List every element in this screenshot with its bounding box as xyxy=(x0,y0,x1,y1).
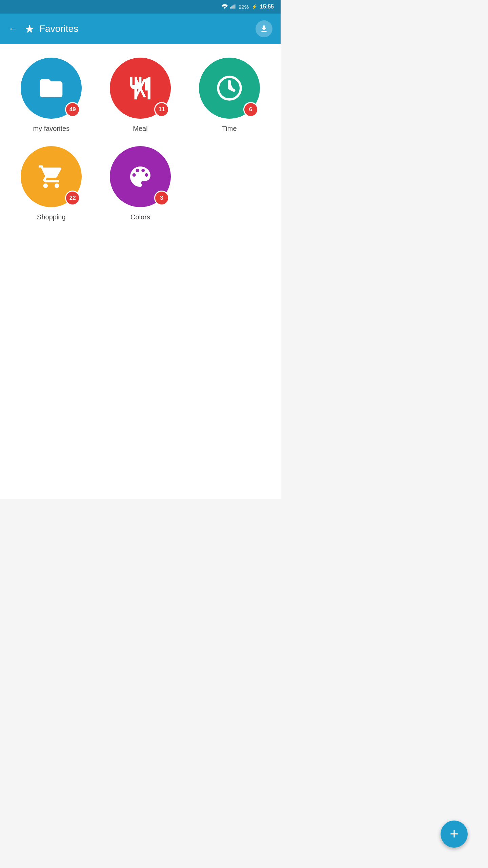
status-bar: 92% ⚡ 15:55 xyxy=(0,0,281,14)
svg-rect-2 xyxy=(232,5,233,8)
svg-rect-3 xyxy=(234,4,235,8)
status-time: 15:55 xyxy=(260,4,274,10)
svg-rect-1 xyxy=(231,6,232,8)
category-item-shopping[interactable]: 22Shopping xyxy=(10,146,93,221)
toolbar-title-area: ★ Favorites xyxy=(24,22,78,36)
page-title: Favorites xyxy=(39,23,78,34)
back-button[interactable]: ← xyxy=(8,23,18,34)
category-item-time[interactable]: 6Time xyxy=(188,58,270,133)
battery-percentage: 92% xyxy=(239,4,249,10)
toolbar-left: ← ★ Favorites xyxy=(8,22,78,36)
favorites-grid: 49my favorites 11Meal 6Time 22Shopping 3… xyxy=(10,58,270,221)
category-label-colors: Colors xyxy=(130,213,150,221)
category-badge-time: 6 xyxy=(243,102,258,117)
download-icon xyxy=(260,24,268,33)
status-icons: 92% ⚡ 15:55 xyxy=(222,4,274,10)
category-circle-wrapper-colors: 3 xyxy=(110,146,171,207)
category-circle-wrapper-my-favorites: 49 xyxy=(21,58,82,119)
category-badge-my-favorites: 49 xyxy=(65,102,80,117)
category-item-meal[interactable]: 11Meal xyxy=(99,58,182,133)
category-item-my-favorites[interactable]: 49my favorites xyxy=(10,58,93,133)
toolbar: ← ★ Favorites xyxy=(0,14,281,44)
svg-rect-0 xyxy=(230,7,231,8)
signal-icon xyxy=(230,4,236,10)
category-circle-wrapper-time: 6 xyxy=(199,58,260,119)
star-icon: ★ xyxy=(24,22,35,36)
main-content: 49my favorites 11Meal 6Time 22Shopping 3… xyxy=(0,44,281,499)
category-label-meal: Meal xyxy=(133,125,147,133)
category-item-colors[interactable]: 3Colors xyxy=(99,146,182,221)
category-label-time: Time xyxy=(222,125,237,133)
category-badge-meal: 11 xyxy=(154,102,169,117)
category-label-my-favorites: my favorites xyxy=(33,125,69,133)
wifi-icon xyxy=(222,4,228,10)
category-badge-colors: 3 xyxy=(154,191,169,205)
svg-rect-4 xyxy=(235,4,236,8)
download-button[interactable] xyxy=(256,20,272,37)
category-circle-wrapper-shopping: 22 xyxy=(21,146,82,207)
charging-icon: ⚡ xyxy=(251,4,257,9)
category-circle-wrapper-meal: 11 xyxy=(110,58,171,119)
category-label-shopping: Shopping xyxy=(37,213,66,221)
category-badge-shopping: 22 xyxy=(65,191,80,205)
